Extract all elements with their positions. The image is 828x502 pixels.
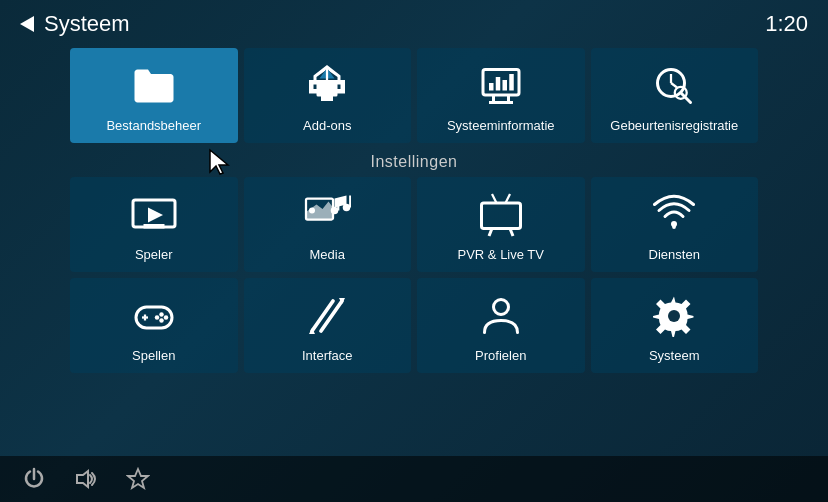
svg-point-37 [159, 318, 164, 323]
header: Systeem 1:20 [0, 0, 828, 44]
page-title: Systeem [44, 11, 130, 37]
events-icon [650, 62, 698, 110]
svg-point-36 [164, 315, 169, 320]
svg-marker-46 [77, 471, 88, 487]
svg-line-13 [671, 83, 677, 88]
svg-rect-10 [509, 74, 514, 91]
profiles-icon [477, 292, 525, 340]
tile-label-diensten: Diensten [649, 247, 700, 262]
svg-rect-26 [481, 203, 520, 229]
svg-rect-9 [502, 80, 507, 91]
svg-point-38 [155, 315, 160, 320]
tile-label-spellen: Spellen [132, 348, 175, 363]
tile-spellen[interactable]: Spellen [70, 278, 238, 373]
svg-point-35 [159, 312, 164, 317]
tile-label-gebeurtenisregistratie: Gebeurtenisregistratie [610, 118, 738, 133]
tile-label-bestandsbeheer: Bestandsbeheer [106, 118, 201, 133]
tile-diensten[interactable]: Diensten [591, 177, 759, 272]
tile-label-addons: Add-ons [303, 118, 351, 133]
tile-speler[interactable]: Speler [70, 177, 238, 272]
svg-point-45 [668, 310, 680, 322]
svg-rect-7 [489, 83, 494, 91]
tile-media[interactable]: Media [244, 177, 412, 272]
top-tiles-row: Bestandsbeheer Add-ons [0, 48, 828, 143]
volume-button[interactable] [72, 465, 100, 493]
favorites-button[interactable] [124, 465, 152, 493]
svg-point-43 [493, 300, 508, 315]
tile-label-pvr: PVR & Live TV [458, 247, 544, 262]
tile-add-ons[interactable]: Add-ons [244, 48, 412, 143]
svg-rect-17 [143, 224, 164, 229]
media-icon [303, 191, 351, 239]
svg-rect-8 [496, 77, 501, 91]
player-icon [130, 191, 178, 239]
settings-row-2: Spellen Interface Profielen [0, 278, 828, 373]
games-icon [130, 292, 178, 340]
system-icon [650, 292, 698, 340]
interface-icon [303, 292, 351, 340]
tile-pvr-live-tv[interactable]: PVR & Live TV [417, 177, 585, 272]
tile-bestandsbeheer[interactable]: Bestandsbeheer [70, 48, 238, 143]
tile-systeeminformatie[interactable]: Systeeminformatie [417, 48, 585, 143]
settings-row-1: Speler Media [0, 177, 828, 272]
tile-interface[interactable]: Interface [244, 278, 412, 373]
pvr-icon [477, 191, 525, 239]
tile-label-systeeminformatie: Systeeminformatie [447, 118, 555, 133]
tile-label-profielen: Profielen [475, 348, 526, 363]
tile-label-systeem: Systeem [649, 348, 700, 363]
section-header-instellingen: Instellingen [0, 153, 828, 171]
tile-systeem[interactable]: Systeem [591, 278, 759, 373]
header-left: Systeem [20, 11, 130, 37]
svg-marker-18 [148, 208, 163, 223]
addons-icon [303, 62, 351, 110]
svg-marker-47 [128, 469, 148, 488]
back-button[interactable] [20, 16, 34, 32]
tile-gebeurtenisregistratie[interactable]: Gebeurtenisregistratie [591, 48, 759, 143]
sysinfo-icon [477, 62, 525, 110]
tile-label-media: Media [310, 247, 345, 262]
svg-point-31 [671, 221, 677, 227]
tile-profielen[interactable]: Profielen [417, 278, 585, 373]
services-icon [650, 191, 698, 239]
folder-icon [130, 62, 178, 110]
tile-label-interface: Interface [302, 348, 353, 363]
power-button[interactable] [20, 465, 48, 493]
svg-point-21 [309, 208, 315, 214]
tile-label-speler: Speler [135, 247, 173, 262]
clock: 1:20 [765, 11, 808, 37]
bottom-bar [0, 456, 828, 502]
